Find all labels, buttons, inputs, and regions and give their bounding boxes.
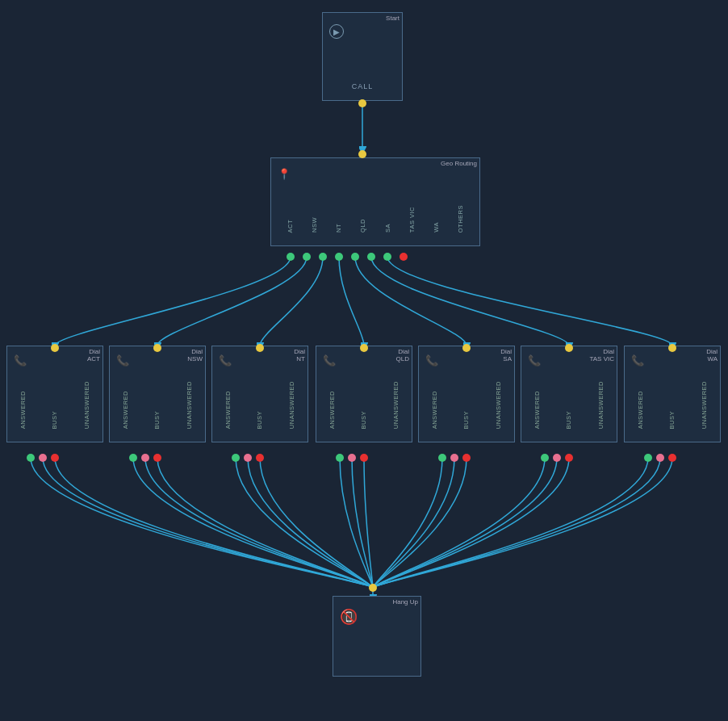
geo-title: Geo Routing <box>438 158 479 167</box>
dial-sa-in-dot <box>462 344 471 352</box>
geo-dot-act <box>287 253 295 261</box>
dial-act-answered: ANSWERED <box>19 391 27 429</box>
dial-wa-node: DialWA 📞 ANSWERED BUSY UNANSWERED <box>624 346 721 442</box>
geo-out-OTHERS: OTHERS <box>457 199 464 233</box>
start-icon: ▶ <box>329 24 344 39</box>
start-out-dot <box>358 99 366 107</box>
dial-tasvic-node: DialTAS VIC 📞 ANSWERED BUSY UNANSWERED <box>521 346 617 442</box>
dial-wa-busy-dot <box>656 454 664 462</box>
dial-tasvic-in-dot <box>565 344 573 352</box>
dial-act-in-dot <box>51 344 59 352</box>
dial-act-title: DialACT <box>85 346 103 363</box>
dial-sa-unanswered-dot <box>462 454 471 462</box>
dial-act-phone-icon: 📞 <box>14 354 27 367</box>
dial-act-unanswered: UNANSWERED <box>83 381 90 429</box>
dial-wa-title: DialWA <box>704 346 720 363</box>
dial-qld-answered-dot <box>336 454 344 462</box>
dial-nsw-unanswered-dot <box>153 454 161 462</box>
dial-nt-answered-dot <box>232 454 240 462</box>
dial-act-busy: BUSY <box>51 411 58 429</box>
geo-dot-nsw <box>303 253 311 261</box>
dial-act-node: DialACT 📞 ANSWERED BUSY UNANSWERED <box>6 346 103 442</box>
dial-nsw-in-dot <box>153 344 161 352</box>
dial-nt-in-dot <box>256 344 264 352</box>
dial-sa-answered-dot <box>438 454 446 462</box>
dial-nsw-phone-icon: 📞 <box>116 354 129 367</box>
hangup-title: Hang Up <box>390 597 420 606</box>
dial-qld-in-dot <box>360 344 368 352</box>
dial-sa-phone-icon: 📞 <box>425 354 438 367</box>
start-node: Start ▶ CALL <box>322 12 403 101</box>
dial-wa-unanswered-dot <box>668 454 676 462</box>
dial-qld-phone-icon: 📞 <box>323 354 336 367</box>
dial-wa-in-dot <box>668 344 676 352</box>
dial-qld-unanswered-dot <box>360 454 368 462</box>
call-label: CALL <box>323 82 402 90</box>
dial-nt-node: DialNT 📞 ANSWERED BUSY UNANSWERED <box>211 346 308 442</box>
dial-qld-title: DialQLD <box>394 346 412 363</box>
dial-act-busy-dot <box>39 454 47 462</box>
geo-dot-wa <box>383 253 391 261</box>
geo-dot-tas <box>367 253 375 261</box>
dial-nsw-node: DialNSW 📞 ANSWERED BUSY UNANSWERED <box>109 346 206 442</box>
hangup-phone-icon: 📵 <box>340 608 358 626</box>
dial-qld-node: DialQLD 📞 ANSWERED BUSY UNANSWERED <box>316 346 412 442</box>
geo-out-SA: SA <box>384 217 391 233</box>
dial-sa-node: DialSA 📞 ANSWERED BUSY UNANSWERED <box>418 346 515 442</box>
geo-dot-others <box>400 253 408 261</box>
dial-nsw-busy-dot <box>141 454 149 462</box>
dial-nsw-answered-dot <box>129 454 137 462</box>
hangup-node: Hang Up 📵 <box>333 596 421 677</box>
dial-sa-title: DialSA <box>498 346 514 363</box>
dial-tasvic-title: DialTAS VIC <box>587 346 617 363</box>
hangup-in-dot <box>369 584 377 592</box>
dial-sa-busy-dot <box>450 454 458 462</box>
dial-nsw-title: DialNSW <box>185 346 205 363</box>
geo-routing-node: Geo Routing 📍 ACT NSW NT QLD SA TAS VIC … <box>270 157 480 246</box>
start-title: Start <box>383 13 402 22</box>
dial-nt-phone-icon: 📞 <box>219 354 232 367</box>
geo-dot-nt <box>319 253 327 261</box>
dial-tasvic-phone-icon: 📞 <box>528 354 541 367</box>
dial-qld-busy-dot <box>348 454 356 462</box>
dial-act-unanswered-dot <box>51 454 59 462</box>
geo-out-TAS: TAS VIC <box>408 200 416 233</box>
dial-wa-answered-dot <box>644 454 652 462</box>
geo-out-WA: WA <box>433 216 440 233</box>
dial-nt-busy-dot <box>244 454 252 462</box>
geo-in-dot <box>358 150 366 158</box>
geo-dot-qld <box>335 253 343 261</box>
geo-out-NT: NT <box>335 217 342 233</box>
dial-tasvic-busy-dot <box>553 454 561 462</box>
geo-out-QLD: QLD <box>359 212 366 233</box>
dial-nt-title: DialNT <box>291 346 308 363</box>
geo-out-NSW: NSW <box>311 211 318 233</box>
geo-dot-sa <box>351 253 359 261</box>
dial-tasvic-answered-dot <box>541 454 549 462</box>
dial-nt-unanswered-dot <box>256 454 264 462</box>
dial-tasvic-unanswered-dot <box>565 454 573 462</box>
geo-pin-icon: 📍 <box>278 168 291 180</box>
dial-wa-phone-icon: 📞 <box>631 354 644 367</box>
geo-out-ACT: ACT <box>287 213 294 233</box>
dial-act-answered-dot <box>27 454 35 462</box>
